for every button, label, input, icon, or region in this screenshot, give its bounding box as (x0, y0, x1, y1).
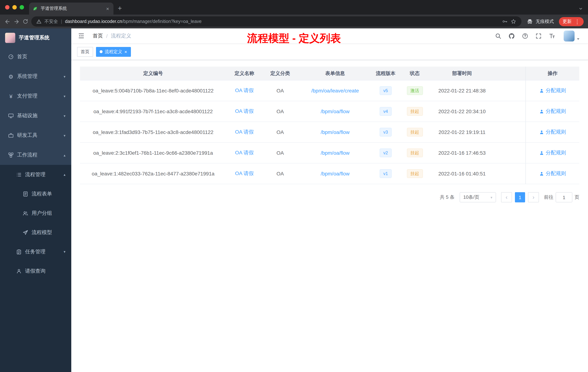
update-label: 更新 (563, 18, 572, 25)
reload-button[interactable] (22, 19, 28, 24)
sidebar-item-devtools[interactable]: 研发工具 ▾ (0, 126, 71, 145)
page-number-button[interactable]: 1 (515, 192, 525, 202)
forward-button[interactable] (13, 18, 20, 25)
sidebar-item-system[interactable]: ⚙ 系统管理 ▾ (0, 67, 71, 86)
sidebar-item-label: 首页 (17, 54, 27, 60)
goto-page-input[interactable] (556, 192, 572, 202)
tab-close-icon[interactable]: × (105, 6, 110, 11)
chevron-down-icon: ▾ (64, 94, 65, 98)
definition-name-link[interactable]: OA 请假 (235, 108, 254, 115)
assign-rule-label: 分配规则 (546, 170, 566, 177)
sidebar-item-user-group[interactable]: 用户分组 (0, 203, 71, 223)
page-unit-label: 页 (575, 194, 579, 201)
definition-name-link[interactable]: OA 请假 (235, 150, 254, 156)
sidebar-item-process-management[interactable]: 流程管理 ▴ (0, 165, 71, 184)
maximize-window-button[interactable] (20, 5, 24, 10)
form-link[interactable]: /bpm/oa/flow (321, 171, 350, 176)
tag-process-definition[interactable]: 流程定义 × (96, 47, 131, 57)
chevron-down-icon: ▾ (64, 114, 65, 118)
chevron-down-icon: ▾ (64, 250, 65, 254)
form-link[interactable]: /bpm/oa/leave/create (311, 88, 359, 94)
sidebar-item-dashboard[interactable]: 首页 (0, 47, 71, 67)
tag-label: 流程定义 (105, 49, 122, 55)
assign-rule-link[interactable]: 分配规则 (539, 129, 566, 135)
hamburger-icon[interactable] (76, 33, 86, 39)
tag-home[interactable]: 首页 (77, 47, 93, 57)
bookmark-star-icon[interactable] (511, 19, 516, 24)
column-header: 定义名称 (226, 67, 262, 80)
sidebar-item-label: 请假查询 (25, 268, 45, 274)
address-bar[interactable]: 不安全 | dashboard.yudao.iocoder.cn/bpm/man… (31, 16, 521, 27)
status-badge: 挂起 (407, 128, 423, 136)
chevron-up-icon: ▴ (64, 153, 65, 157)
sidebar-item-process-form[interactable]: 流程表单 (0, 184, 71, 203)
column-header: 表单信息 (298, 67, 372, 80)
column-header-filler (494, 67, 525, 80)
browser-menu-kebab-icon[interactable]: ⋮ (575, 19, 580, 24)
sidebar: 芋道管理系统 首页 ⚙ 系统管理 ▾ ¥ 支付管理 ▾ (0, 28, 71, 372)
user-menu[interactable] (564, 30, 583, 41)
favicon-leaf-icon (33, 6, 38, 11)
column-header: 状态 (399, 67, 430, 80)
font-size-icon[interactable] (549, 33, 555, 39)
sidebar-item-task-management[interactable]: 任务管理 ▾ (0, 242, 71, 261)
prev-page-button[interactable]: ‹ (501, 192, 512, 202)
sidebar-item-payment[interactable]: ¥ 支付管理 ▾ (0, 86, 71, 106)
tag-close-icon[interactable]: × (124, 49, 127, 54)
next-page-button[interactable]: › (528, 192, 539, 202)
tab-search-chevron-icon[interactable] (578, 7, 583, 11)
sidebar-item-infrastructure[interactable]: 基础设施 ▾ (0, 106, 71, 126)
column-header: 定义分类 (262, 67, 298, 80)
assign-rule-link[interactable]: 分配规则 (539, 170, 566, 177)
minimize-window-button[interactable] (12, 5, 17, 10)
form-link[interactable]: /bpm/oa/flow (321, 150, 350, 156)
back-button[interactable] (4, 18, 10, 25)
definition-name-link[interactable]: OA 请假 (235, 129, 254, 135)
yen-icon: ¥ (8, 93, 14, 99)
close-window-button[interactable] (5, 5, 10, 10)
sidebar-item-label: 系统管理 (17, 73, 37, 80)
breadcrumb-home[interactable]: 首页 (93, 33, 103, 39)
sidebar-item-workflow[interactable]: 工作流程 ▴ (0, 145, 71, 165)
sidebar-item-label: 流程模型 (32, 229, 52, 236)
sidebar-item-leave-query[interactable]: 请假查询 (0, 261, 71, 281)
assign-rule-link[interactable]: 分配规则 (539, 108, 566, 115)
definition-name-link[interactable]: OA 请假 (235, 87, 254, 94)
form-link[interactable]: /bpm/oa/flow (321, 129, 350, 135)
assign-rule-link[interactable]: 分配规则 (539, 150, 566, 156)
tab-title: 芋道管理系统 (41, 5, 103, 12)
github-icon[interactable] (508, 33, 515, 39)
app-logo-image (5, 33, 15, 43)
table-row: oa_leave:5:004b710b-7b8a-11ec-8ef0-acde4… (80, 80, 579, 101)
assign-rule-link[interactable]: 分配规则 (539, 87, 566, 94)
status-badge: 挂起 (407, 149, 423, 157)
sidebar-item-label: 支付管理 (17, 93, 37, 99)
url-separator: | (61, 19, 62, 24)
row-filler (494, 164, 525, 184)
tag-label: 首页 (81, 49, 89, 55)
sidebar-item-label: 基础设施 (17, 112, 37, 119)
page-size-select[interactable]: 10条/页 ▾ (460, 192, 496, 202)
new-tab-button[interactable]: + (118, 5, 122, 12)
sidebar-item-process-model[interactable]: 流程模型 (0, 223, 71, 242)
help-icon[interactable] (522, 33, 528, 39)
row-filler (494, 122, 525, 142)
fullscreen-icon[interactable] (535, 33, 542, 39)
deploy-time: 2022-01-22 21:48:38 (430, 80, 494, 101)
workflow-submenu: 流程管理 ▴ 流程表单 用户分组 (0, 165, 71, 372)
update-button[interactable]: 更新 ⋮ (559, 17, 584, 26)
deploy-time: 2022-01-16 17:46:53 (430, 143, 494, 163)
definition-name-link[interactable]: OA 请假 (235, 170, 254, 177)
clipboard-icon (16, 249, 22, 255)
sidebar-logo[interactable]: 芋道管理系统 (0, 28, 71, 47)
password-key-icon[interactable] (502, 19, 508, 24)
browser-tab[interactable]: 芋道管理系统 × (29, 2, 114, 15)
total-count: 共 5 条 (440, 194, 454, 201)
search-icon[interactable] (495, 33, 502, 39)
chevron-down-icon: ▾ (64, 133, 65, 137)
toolbox-icon (8, 132, 14, 138)
version-badge: v1 (380, 169, 391, 178)
avatar[interactable] (564, 30, 575, 41)
incognito-label: 无痕模式 (536, 18, 554, 25)
form-link[interactable]: /bpm/oa/flow (321, 109, 350, 114)
